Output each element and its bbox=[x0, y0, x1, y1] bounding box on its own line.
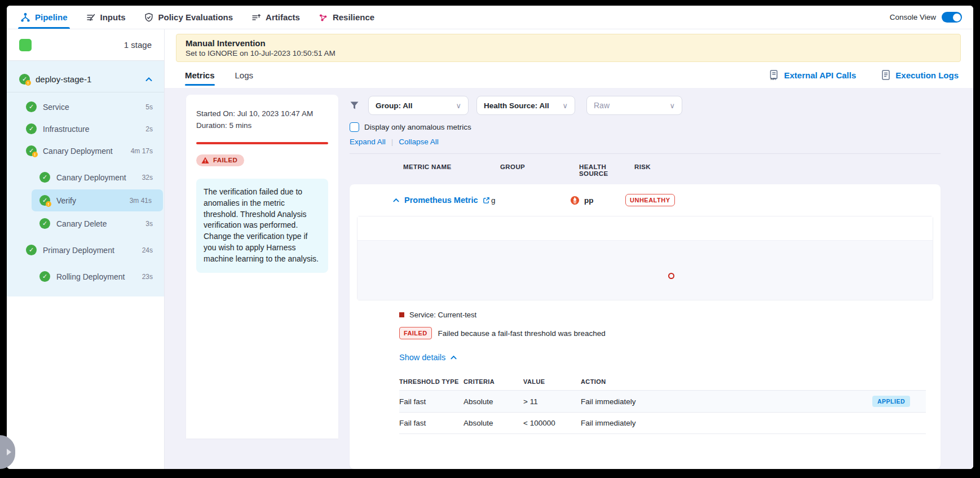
legend-label: Service: Current-test bbox=[409, 311, 476, 319]
health-source-filter-dropdown[interactable]: Health Source: All ∨ bbox=[476, 96, 575, 115]
duration-text: Duration: 5 mins bbox=[196, 120, 328, 132]
artifacts-icon bbox=[251, 12, 261, 23]
top-navigation: Pipeline Inputs Policy Evaluations Artif… bbox=[7, 6, 973, 29]
status-success-icon: ✓ bbox=[26, 123, 37, 134]
banner-title: Manual Intervention bbox=[186, 38, 951, 48]
sidebar-step-rolling-deployment[interactable]: ✓ Rolling Deployment 23s bbox=[7, 265, 164, 287]
metric-group-value: g bbox=[491, 196, 570, 205]
tab-artifacts[interactable]: Artifacts bbox=[251, 6, 300, 29]
tab-pipeline[interactable]: Pipeline bbox=[20, 6, 68, 29]
threshold-table: THRESHOLD TYPE CRITERIA VALUE ACTION Fai… bbox=[399, 373, 926, 434]
stage-count: 1 stage bbox=[124, 40, 152, 50]
threshold-row[interactable]: Fail fast Absolute < 100000 Fail immedia… bbox=[399, 412, 926, 434]
applied-badge: APPLIED bbox=[872, 396, 910, 407]
verification-summary-card: Started On: Jul 10, 2023 10:47 AM Durati… bbox=[186, 95, 338, 439]
toggle-knob bbox=[953, 14, 961, 21]
divider bbox=[7, 92, 164, 92]
status-warning-icon: ✓! bbox=[26, 145, 37, 156]
anomalous-metrics-checkbox[interactable] bbox=[350, 122, 359, 132]
chevron-up-icon[interactable] bbox=[145, 76, 153, 83]
tab-metrics[interactable]: Metrics bbox=[185, 62, 215, 88]
failure-reason-text: Failed because a fail-fast threshold was… bbox=[438, 329, 606, 338]
sidebar-step-primary-deployment[interactable]: ✓ Primary Deployment 24s bbox=[7, 239, 164, 261]
sidebar-step-service[interactable]: ✓ Service 5s bbox=[7, 96, 164, 118]
tab-resilience[interactable]: Resilience bbox=[318, 6, 374, 29]
chart-plot-area bbox=[357, 240, 933, 300]
shield-check-icon bbox=[144, 12, 154, 23]
external-api-calls-link[interactable]: API External API Calls bbox=[768, 69, 856, 81]
sidebar-step-infrastructure[interactable]: ✓ Infrastructure 2s bbox=[7, 118, 164, 140]
expand-all-link[interactable]: Expand All bbox=[350, 138, 386, 146]
status-success-icon: ✓ bbox=[39, 172, 50, 183]
tab-label: Artifacts bbox=[266, 12, 300, 22]
sidebar-step-canary-deployment[interactable]: ✓ Canary Deployment 32s bbox=[7, 166, 164, 188]
metric-analysis-section: Service: Current-test FAILED Failed beca… bbox=[350, 311, 941, 434]
sidebar-step-verify[interactable]: ✓! Verify 3m 41s bbox=[32, 189, 163, 211]
tab-label: Resilience bbox=[333, 12, 374, 22]
status-success-icon: ✓ bbox=[39, 271, 50, 282]
health-source-value: pp bbox=[584, 196, 594, 205]
stage-status-square bbox=[19, 39, 32, 51]
app-window: Pipeline Inputs Policy Evaluations Artif… bbox=[7, 6, 973, 469]
threshold-table-header: THRESHOLD TYPE CRITERIA VALUE ACTION bbox=[399, 373, 926, 390]
stage-row-deploy-stage-1[interactable]: ✓! deploy-stage-1 bbox=[7, 67, 164, 92]
data-transform-dropdown[interactable]: Raw ∨ bbox=[586, 96, 682, 115]
status-success-icon: ✓ bbox=[26, 245, 37, 255]
manual-intervention-banner: Manual Intervention Set to IGNORE on 10-… bbox=[176, 34, 961, 62]
risk-badge: UNHEALTHY bbox=[625, 194, 675, 206]
sidebar-step-canary-deployment-group[interactable]: ✓! Canary Deployment 4m 17s bbox=[7, 140, 164, 162]
verification-message: The verification failed due to anomalies… bbox=[196, 179, 328, 273]
chevron-down-icon: ∨ bbox=[669, 101, 675, 110]
tab-logs[interactable]: Logs bbox=[235, 62, 254, 88]
tab-inputs[interactable]: Inputs bbox=[86, 6, 126, 29]
status-success-icon: ✓ bbox=[26, 101, 37, 112]
threshold-row[interactable]: Fail fast Absolute > 11 Fail immediately… bbox=[399, 390, 926, 412]
legend-swatch bbox=[399, 312, 404, 317]
svg-text:API: API bbox=[771, 77, 776, 81]
show-details-toggle[interactable]: Show details bbox=[399, 353, 926, 362]
play-right-icon bbox=[7, 449, 11, 455]
divider bbox=[350, 153, 941, 154]
tab-label: Pipeline bbox=[35, 12, 68, 22]
metrics-filter-row: Group: All ∨ Health Source: All ∨ Raw ∨ bbox=[350, 96, 941, 115]
status-warning-icon: ✓! bbox=[19, 74, 30, 85]
detail-tabs-row: Metrics Logs API External API Calls Exec… bbox=[165, 62, 973, 88]
metric-table-row[interactable]: Prometheus Metric g pp UNHEALTHY bbox=[350, 184, 941, 216]
stage-tree: ✓! deploy-stage-1 ✓ Service 5s ✓ Infrast… bbox=[7, 61, 164, 296]
execution-logs-link[interactable]: Execution Logs bbox=[881, 69, 959, 81]
failed-progress-bar bbox=[196, 142, 328, 144]
api-document-icon: API bbox=[768, 69, 779, 81]
metrics-table-header: METRIC NAME GROUP HEALTH SOURCE RISK bbox=[350, 163, 941, 177]
group-filter-dropdown[interactable]: Group: All ∨ bbox=[368, 96, 469, 115]
metric-chart bbox=[357, 216, 933, 300]
status-success-icon: ✓ bbox=[39, 218, 50, 229]
status-warning-icon: ✓! bbox=[39, 195, 50, 206]
inputs-icon bbox=[86, 12, 96, 23]
tab-policy-evaluations[interactable]: Policy Evaluations bbox=[144, 6, 233, 29]
expand-collapse-controls: Expand All | Collapse All bbox=[350, 138, 941, 146]
external-link-icon[interactable] bbox=[483, 197, 490, 204]
prometheus-icon bbox=[570, 196, 580, 205]
chart-margin-area bbox=[357, 216, 933, 240]
stage-summary-row: 1 stage bbox=[7, 29, 164, 61]
failure-reason-row: FAILED Failed because a fail-fast thresh… bbox=[399, 327, 926, 339]
collapse-all-link[interactable]: Collapse All bbox=[399, 138, 439, 146]
collapse-row-chevron-up-icon[interactable] bbox=[392, 197, 400, 204]
sidebar-step-canary-delete[interactable]: ✓ Canary Delete 3s bbox=[7, 213, 164, 234]
pipeline-icon bbox=[20, 12, 30, 23]
resilience-icon bbox=[318, 12, 328, 23]
tab-label: Inputs bbox=[100, 12, 126, 22]
data-point-marker[interactable] bbox=[668, 273, 674, 279]
chevron-down-icon: ∨ bbox=[456, 101, 461, 110]
metric-name-link[interactable]: Prometheus Metric bbox=[404, 196, 478, 205]
failed-badge: FAILED bbox=[399, 327, 432, 339]
console-view-toggle[interactable] bbox=[942, 12, 962, 23]
document-icon bbox=[881, 69, 891, 81]
filter-funnel-icon bbox=[350, 101, 359, 110]
stage-name: deploy-stage-1 bbox=[36, 74, 91, 84]
warning-triangle-icon bbox=[201, 157, 209, 164]
console-view-label: Console View bbox=[890, 13, 936, 21]
chevron-up-icon bbox=[450, 354, 457, 361]
chart-legend: Service: Current-test bbox=[399, 311, 926, 319]
chevron-down-icon: ∨ bbox=[562, 101, 568, 110]
